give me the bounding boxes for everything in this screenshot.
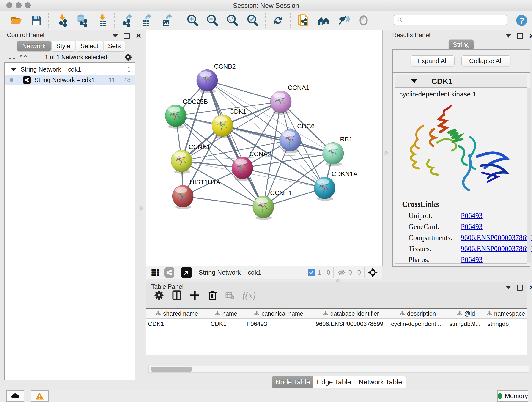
fit-crosshair-icon[interactable] [368, 268, 378, 278]
network-view-canvas[interactable]: CCNB2CCNA1CDC25BCDK1CDC6RB1CCNB1CCNA2CDK… [146, 30, 383, 266]
control-panel-title: Control Panel [7, 32, 44, 39]
network-node-ccne1[interactable]: CCNE1 [253, 189, 292, 220]
float-panel-icon[interactable] [506, 286, 511, 289]
network-node-hist1h1a[interactable]: HIST1H1A [172, 179, 220, 209]
network-node-ccna1[interactable]: CCNA1 [270, 84, 310, 115]
collapse-all-button[interactable]: Collapse All [462, 56, 510, 66]
column-header[interactable]: description [389, 309, 447, 318]
maximize-panel-icon[interactable] [124, 33, 130, 39]
grid-view-icon[interactable] [151, 268, 160, 277]
export-image-button[interactable] [159, 14, 173, 27]
tab-style[interactable]: Style [51, 41, 75, 51]
crosslink-compartments-link[interactable]: 9606.ENSP00000378699 [461, 234, 532, 242]
close-panel-icon[interactable]: ✕ [136, 34, 141, 38]
network-node-rb1[interactable]: RB1 [323, 136, 352, 166]
glasses-slash-icon [337, 14, 350, 27]
delete-table-icon[interactable] [225, 291, 234, 300]
delete-column-icon[interactable] [208, 290, 218, 300]
open-session-button[interactable] [9, 14, 22, 27]
column-header[interactable]: namespace [485, 309, 526, 318]
help-button[interactable]: ? [515, 14, 528, 27]
export-network-button[interactable] [120, 14, 133, 27]
tab-sets[interactable]: Sets [104, 41, 125, 51]
tab-network-table[interactable]: Network Table [354, 376, 406, 388]
table-horizontal-scrollbar[interactable] [148, 366, 529, 373]
close-panel-icon[interactable]: ✕ [529, 285, 532, 290]
close-panel-icon[interactable]: ✕ [529, 34, 532, 38]
string-document-button[interactable] [297, 14, 310, 27]
show-columns-icon[interactable] [172, 290, 182, 300]
table-row[interactable]: CDK1 CDK1 P06493 9606.ENSP00000378699 cy… [146, 319, 526, 329]
crosslink-tissues-link[interactable]: 9606.ENSP00000378699 [461, 245, 532, 253]
float-panel-icon[interactable] [113, 34, 118, 38]
crosslink-pharos-link[interactable]: P06493 [461, 255, 482, 264]
tab-node-table[interactable]: Node Table [272, 376, 314, 388]
results-scrollbar[interactable] [527, 88, 531, 263]
network-node-cdkn1a[interactable]: CDKN1A [314, 170, 358, 201]
gear-icon[interactable] [124, 53, 132, 61]
table-gear-icon[interactable] [154, 290, 164, 300]
scrollbar-thumb[interactable] [151, 367, 192, 372]
column-header[interactable]: @id [447, 309, 485, 318]
results-panel: Results Panel ✕ String Expand All Collap… [389, 30, 532, 282]
svg-text:CCNB1: CCNB1 [189, 143, 210, 150]
gene-header-row[interactable]: CDK1 [394, 75, 527, 88]
function-builder-icon[interactable]: f(x) [242, 290, 256, 301]
toolbar-separator [290, 13, 291, 27]
hidden-eye-slash-icon[interactable] [337, 268, 346, 277]
collapse-all-chevron-icon[interactable]: ⌄⌄ [7, 54, 16, 61]
svg-text:CDK1: CDK1 [229, 108, 247, 115]
cell-canonical-name: P06493 [244, 319, 313, 329]
right-splitter-handle[interactable] [384, 151, 388, 155]
search-box[interactable] [394, 15, 507, 25]
maximize-panel-icon[interactable] [517, 33, 523, 39]
collection-expander-icon[interactable] [11, 68, 17, 71]
search-input[interactable] [405, 16, 502, 24]
refresh-button[interactable] [272, 14, 285, 27]
warning-status-button[interactable] [31, 390, 49, 402]
crosslink-label: Pharos: [409, 255, 430, 264]
column-header[interactable]: shared name [146, 309, 208, 318]
crosslink-genecard-link[interactable]: P06493 [461, 223, 482, 231]
zoom-selected-button[interactable] [246, 14, 259, 27]
import-network-database-button[interactable] [75, 14, 88, 27]
zoom-fit-button[interactable] [226, 14, 239, 27]
expand-all-button[interactable]: Expand All [411, 56, 455, 66]
tab-string-results[interactable]: String [449, 39, 474, 50]
tab-edge-table[interactable]: Edge Table [313, 376, 355, 388]
column-header[interactable]: database identifier [313, 309, 389, 318]
column-header[interactable]: name [208, 309, 244, 318]
show-eye-button[interactable] [357, 14, 370, 27]
tab-select[interactable]: Select [76, 41, 103, 51]
selected-checkbox-icon[interactable] [308, 269, 315, 276]
network-node-count: 11 [109, 77, 115, 84]
home-button[interactable] [317, 14, 330, 27]
network-row-selected[interactable]: String Network – cdk1 11 48 [5, 75, 135, 85]
export-table-button[interactable] [139, 14, 152, 27]
column-header[interactable]: canonical name [244, 309, 313, 318]
string-network-graph[interactable]: CCNB2CCNA1CDC25BCDK1CDC6RB1CCNB1CCNA2CDK… [146, 30, 382, 266]
cloud-status-button[interactable] [6, 390, 24, 402]
crosslink-uniprot-link[interactable]: P06493 [461, 211, 482, 220]
hide-glasses-button[interactable] [337, 14, 350, 27]
network-node-cdk1[interactable]: CDK1 [212, 108, 247, 138]
open-in-window-icon[interactable] [181, 267, 192, 278]
gene-expander-icon[interactable] [411, 79, 417, 83]
memory-button[interactable]: Memory [497, 390, 528, 402]
zoom-in-button[interactable] [186, 14, 199, 27]
toolbar-separator [265, 13, 266, 27]
expand-all-chevron-icon[interactable]: ⌄⌄ [19, 54, 28, 61]
left-splitter-handle[interactable] [139, 206, 143, 210]
tab-network[interactable]: Network [17, 41, 51, 51]
network-collection-row[interactable]: String Network – cdk1 1 [5, 64, 135, 75]
float-panel-icon[interactable] [506, 34, 511, 38]
import-network-file-button[interactable] [56, 14, 69, 27]
zoom-out-button[interactable] [206, 14, 219, 27]
share-view-icon[interactable] [164, 268, 174, 278]
import-table-button[interactable] [96, 14, 109, 27]
maximize-panel-icon[interactable] [517, 285, 523, 291]
network-edge-count: 48 [124, 77, 131, 84]
network-node-cdc6[interactable]: CDC6 [280, 123, 315, 153]
add-column-icon[interactable] [190, 290, 200, 300]
save-session-button[interactable] [30, 14, 43, 27]
